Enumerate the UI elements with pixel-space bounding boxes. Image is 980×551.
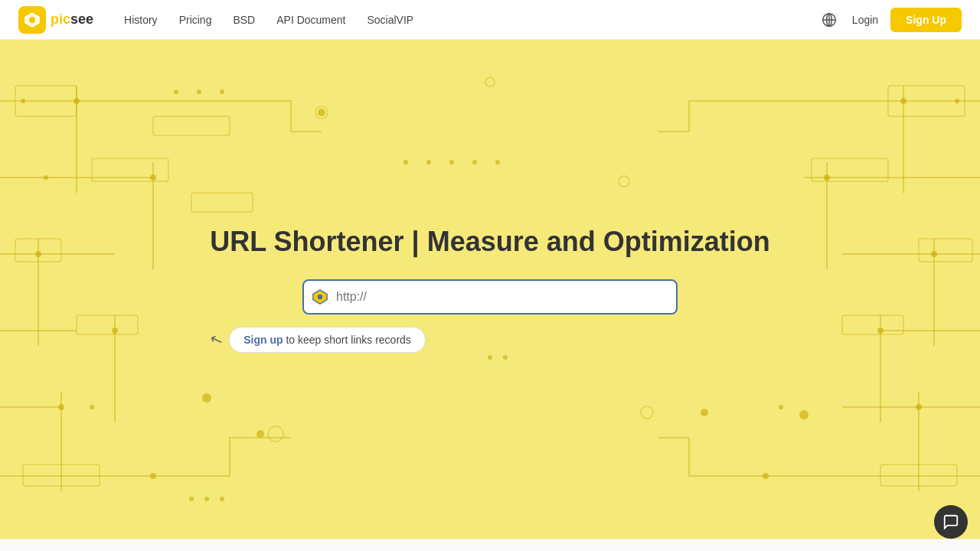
chat-button[interactable] [934,505,968,539]
nav-history[interactable]: History [124,14,158,26]
signup-hint-link[interactable]: Sign up [243,334,283,346]
svg-point-54 [877,328,884,334]
svg-rect-38 [842,315,903,334]
cursor-icon: ↖ [207,329,226,350]
svg-point-81 [318,295,322,299]
logo-icon [18,6,46,34]
nav-pricing[interactable]: Pricing [179,14,212,26]
svg-point-69 [318,109,325,116]
nav-right: Login Sign Up [818,8,962,32]
svg-point-40 [74,98,80,104]
logo-text: picsee [51,11,93,28]
nav-links: History Pricing BSD API Document SocialV… [124,14,818,26]
svg-point-74 [220,497,224,501]
svg-point-52 [824,174,830,181]
svg-point-53 [931,251,937,257]
svg-point-76 [485,77,495,86]
svg-point-78 [268,426,283,442]
svg-rect-34 [191,193,253,212]
navbar: picsee History Pricing BSD API Document … [0,0,980,40]
svg-point-48 [90,405,94,409]
hero-content: URL Shortener | Measure and Optimization… [210,226,770,353]
svg-point-62 [197,90,201,94]
svg-point-79 [641,406,653,419]
svg-point-42 [35,251,41,257]
svg-point-59 [799,410,808,419]
svg-point-65 [426,160,431,165]
svg-point-70 [488,355,492,360]
svg-point-72 [189,497,194,501]
svg-point-46 [21,99,25,103]
svg-point-68 [495,160,500,165]
svg-point-44 [58,404,64,410]
hint-bubble: Sign up to keep short links records [229,327,426,353]
hint-text: to keep short links records [283,334,411,346]
svg-rect-31 [77,315,138,334]
nav-api[interactable]: API Document [276,14,345,26]
url-input[interactable] [302,279,678,315]
svg-point-60 [701,409,708,416]
language-button[interactable] [818,9,840,31]
svg-point-51 [900,98,906,104]
svg-point-64 [403,160,408,165]
svg-point-71 [503,355,508,360]
svg-point-77 [619,176,629,187]
svg-point-66 [449,160,454,165]
nav-socialvip[interactable]: SocialVIP [367,14,413,26]
signup-hint: ↖ Sign up to keep short links records [210,327,770,353]
svg-point-41 [150,174,156,181]
login-button[interactable]: Login [852,14,878,26]
hero-title: URL Shortener | Measure and Optimization [210,226,770,258]
svg-point-57 [955,99,959,103]
svg-rect-33 [153,116,230,135]
svg-point-58 [779,405,783,409]
svg-rect-37 [919,239,972,262]
svg-point-47 [44,175,48,180]
nav-bsd[interactable]: BSD [233,14,255,26]
logo[interactable]: picsee [18,6,93,34]
url-input-wrapper [302,279,678,315]
footer-logos: 台 台新銀行 ① First Bank 富 富邦人壽 PChome 24h購物 … [0,539,980,551]
svg-point-55 [916,404,922,410]
svg-point-50 [256,430,264,438]
signup-button[interactable]: Sign Up [890,8,962,32]
svg-point-1 [29,17,35,23]
svg-point-43 [112,328,118,334]
svg-point-67 [472,160,477,165]
svg-point-61 [174,90,178,94]
home-icon [312,289,328,305]
svg-point-49 [202,393,211,403]
svg-point-73 [204,497,209,501]
hero-section: .cl { stroke: #c8aa00; stroke-width: 1.5… [0,40,980,539]
svg-point-63 [220,90,224,94]
